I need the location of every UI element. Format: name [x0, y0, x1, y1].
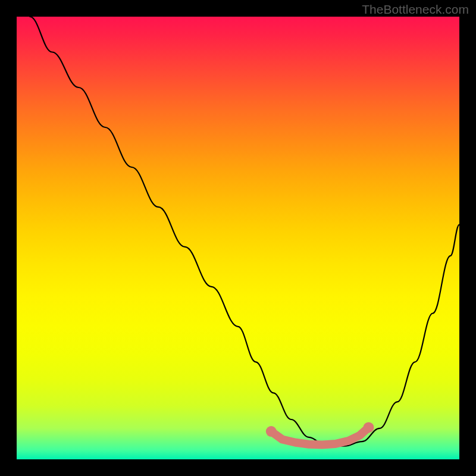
optimal-range-stroke [271, 427, 369, 444]
chart-plot-area [17, 17, 459, 459]
optimal-range-marker [266, 422, 374, 444]
bottleneck-curve [30, 17, 459, 446]
optimal-range-endpoint [266, 426, 277, 437]
chart-curve-layer [17, 17, 459, 459]
optimal-range-endpoint [364, 422, 374, 433]
watermark-text: TheBottleneck.com [362, 2, 469, 17]
